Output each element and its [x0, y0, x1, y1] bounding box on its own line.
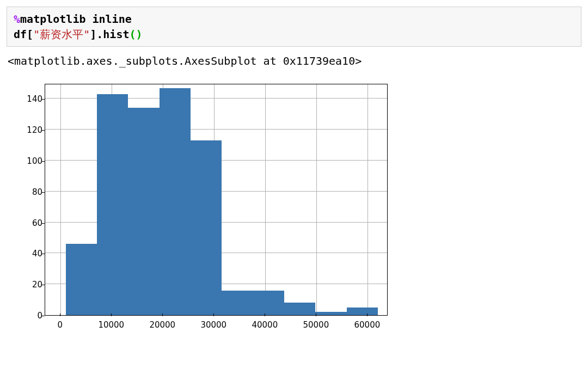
histogram-bar [222, 291, 253, 315]
x-tick-label: 60000 [354, 320, 381, 330]
y-tick-mark [42, 223, 45, 224]
histogram-bar [97, 94, 128, 315]
y-tick-mark [42, 130, 45, 131]
y-tick-label: 40 [15, 249, 42, 259]
code-df-open: df[ [14, 28, 33, 41]
x-tick-mark [162, 313, 163, 316]
y-tick-label: 60 [15, 218, 42, 228]
plot-area [45, 84, 388, 316]
x-tick-label: 20000 [149, 320, 175, 330]
code-hist: ].hist [90, 28, 129, 41]
y-tick-mark [42, 99, 45, 100]
code-paren: () [129, 28, 142, 41]
x-tick-mark [213, 313, 214, 316]
grid-v [60, 84, 61, 315]
x-tick-label: 0 [57, 320, 63, 330]
y-tick-mark [42, 285, 45, 285]
y-tick-label: 20 [15, 280, 42, 290]
x-tick-mark [265, 313, 265, 316]
histogram-bar [253, 291, 284, 315]
code-q2: " [83, 28, 90, 41]
x-tick-label: 40000 [252, 320, 278, 330]
y-tick-label: 140 [15, 94, 42, 104]
grid-v [265, 84, 266, 315]
grid-v [316, 84, 317, 315]
code-column: 薪资水平 [40, 28, 83, 40]
x-tick-mark [111, 313, 112, 316]
x-tick-mark [316, 313, 316, 316]
code-cell[interactable]: %matplotlib inline df["薪资水平"].hist() [7, 7, 581, 47]
histogram-bar [128, 108, 159, 315]
histogram-bar [284, 303, 315, 315]
y-tick-label: 100 [15, 156, 42, 166]
x-tick-mark [60, 313, 60, 316]
output-repr: <matplotlib.axes._subplots.AxesSubplot a… [7, 51, 581, 76]
magic-cmd: matplotlib inline [20, 13, 132, 26]
histogram-bar [66, 244, 97, 315]
y-tick-mark [42, 161, 45, 162]
y-tick-mark [42, 316, 45, 316]
x-tick-label: 30000 [200, 320, 226, 330]
y-tick-mark [42, 254, 45, 254]
y-tick-label: 120 [15, 125, 42, 135]
x-tick-label: 10000 [98, 320, 124, 330]
histogram-bar [191, 140, 222, 315]
histogram-bar [315, 312, 346, 315]
y-tick-label: 0 [15, 311, 42, 321]
histogram-bar [160, 88, 191, 315]
y-tick-mark [42, 192, 45, 193]
x-tick-label: 50000 [303, 320, 329, 330]
y-tick-label: 80 [15, 187, 42, 197]
magic-pct: % [14, 13, 20, 26]
histogram-bar [347, 308, 378, 315]
grid-v [367, 84, 368, 315]
histogram-chart: 0204060801001201400100002000030000400005… [7, 76, 399, 337]
x-tick-mark [367, 313, 367, 316]
code-q1: " [33, 28, 40, 41]
